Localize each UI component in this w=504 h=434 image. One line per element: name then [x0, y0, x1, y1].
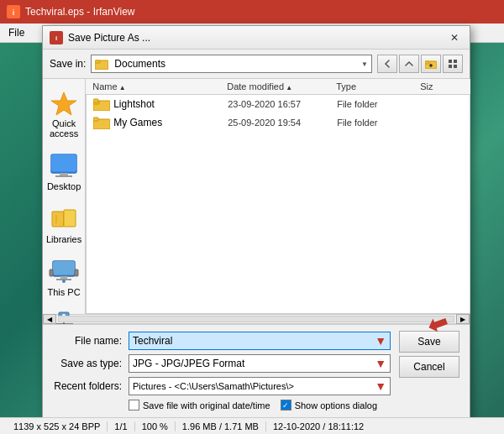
checkboxes-row: Save file with original date/time ✓ Show…: [129, 400, 459, 410]
dialog-icon: i: [50, 31, 63, 44]
svg-rect-24: [60, 276, 67, 279]
svg-rect-21: [55, 215, 57, 223]
svg-text:i: i: [55, 34, 57, 42]
recentfolders-row: Recent folders: Pictures - <C:\Users\Sam…: [53, 377, 459, 395]
dialog-main: Quick access Desktop: [43, 79, 470, 314]
save-dialog: i Save Picture As ... ✕ Save in: Documen…: [42, 25, 470, 418]
show-options-checkbox[interactable]: ✓: [281, 400, 291, 410]
filename-value: Techviral: [133, 335, 172, 347]
savetype-value: JPG - JPG/JPEG Format: [133, 358, 244, 369]
horizontal-scrollbar[interactable]: ◀ ▶: [43, 314, 470, 324]
save-in-label: Save in:: [50, 58, 86, 70]
file-list[interactable]: Lightshot 23-09-2020 16:57 File folder: [86, 95, 470, 314]
file-name: Lightshot: [113, 98, 155, 110]
save-date-checkbox-label[interactable]: Save file with original date/time: [129, 400, 270, 410]
file-list-area: Name Date modified Type Siz: [86, 79, 470, 314]
svg-rect-19: [52, 212, 64, 227]
sidebar-item-label-this-pc: This PC: [48, 287, 81, 297]
file-name-cell: My Games: [93, 116, 228, 129]
status-dimensions: 1139 x 525 x 24 BPP: [7, 421, 108, 431]
svg-marker-14: [51, 92, 76, 115]
quick-access-icon: [49, 89, 79, 116]
form-actions: Save Cancel: [399, 331, 459, 378]
savetype-dropdown-arrow: ▼: [375, 357, 386, 370]
file-date-cell: 25-09-2020 19:54: [228, 118, 337, 128]
table-row[interactable]: Lightshot 23-09-2020 16:57 File folder: [87, 95, 470, 113]
save-date-label: Save file with original date/time: [143, 400, 270, 410]
dialog-bottom-wrapper: File name: Techviral ▼ Save as type: JPG…: [43, 324, 470, 417]
nav-back-button[interactable]: [377, 55, 397, 73]
file-name: My Games: [113, 117, 162, 128]
svg-rect-23: [53, 261, 75, 275]
svg-rect-7: [425, 61, 429, 64]
cancel-button[interactable]: Cancel: [399, 356, 459, 378]
sidebar-item-label-quick-access: Quick access: [46, 118, 81, 139]
sidebar-item-this-pc[interactable]: This PC: [43, 251, 85, 304]
col-header-name[interactable]: Name: [92, 81, 227, 92]
svg-point-28: [62, 280, 66, 283]
file-type-cell: File folder: [337, 118, 421, 128]
folder-icon: [93, 97, 110, 111]
show-options-label: Show options dialog: [295, 400, 377, 410]
dialog-close-button[interactable]: ✕: [446, 29, 463, 46]
scroll-right-button[interactable]: ▶: [456, 314, 470, 324]
scroll-left-button[interactable]: ◀: [43, 314, 56, 324]
sidebar-item-desktop[interactable]: Desktop: [43, 145, 85, 198]
save-in-value: Documents: [114, 58, 165, 70]
libraries-icon: [49, 205, 79, 232]
svg-rect-12: [449, 65, 452, 68]
file-name-cell: Lightshot: [93, 97, 228, 111]
sidebar-item-libraries[interactable]: Libraries: [43, 198, 85, 251]
scroll-thumb[interactable]: [58, 316, 454, 322]
status-datetime: 12-10-2020 / 18:11:12: [266, 421, 370, 431]
dialog-titlebar: i Save Picture As ... ✕: [43, 26, 470, 50]
recentfolders-label: Recent folders:: [53, 380, 129, 392]
svg-rect-13: [454, 65, 457, 68]
sidebar-item-quick-access[interactable]: Quick access: [43, 82, 85, 145]
col-header-type[interactable]: Type: [336, 81, 420, 92]
savetype-dropdown[interactable]: JPG - JPG/JPEG Format ▼: [129, 354, 391, 373]
dialog-overlay: i Save Picture As ... ✕ Save in: Documen…: [0, 0, 504, 434]
nav-up-button[interactable]: [399, 55, 419, 73]
col-header-size[interactable]: Siz: [420, 81, 462, 92]
table-row[interactable]: My Games 25-09-2020 19:54 File folder: [87, 113, 470, 132]
dialog-title: Save Picture As ...: [68, 32, 446, 44]
sidebar-item-label-desktop: Desktop: [47, 181, 81, 191]
recentfolders-dropdown-arrow: ▼: [375, 379, 386, 393]
status-bar: 1139 x 525 x 24 BPP 1/1 100 % 1.96 MB / …: [0, 417, 504, 434]
recentfolders-dropdown[interactable]: Pictures - <C:\Users\Samath\Pictures\> ▼: [129, 377, 391, 395]
toolbar-buttons: [377, 55, 463, 73]
show-options-checkbox-label[interactable]: ✓ Show options dialog: [281, 400, 377, 410]
view-toggle-button[interactable]: [443, 55, 463, 73]
file-list-header: Name Date modified Type Siz: [86, 79, 470, 95]
svg-rect-16: [51, 154, 76, 171]
sidebar-item-label-libraries: Libraries: [46, 234, 81, 244]
nav-sidebar: Quick access Desktop: [43, 79, 86, 314]
svg-rect-26: [50, 269, 53, 276]
svg-rect-11: [454, 60, 457, 63]
dialog-toolbar: Save in: Documents ▼: [43, 50, 470, 79]
save-in-dropdown[interactable]: Documents ▼: [91, 55, 372, 73]
svg-rect-18: [55, 175, 72, 177]
save-in-arrow: ▼: [361, 60, 368, 68]
folder-icon: [93, 116, 110, 129]
status-file-size: 1.96 MB / 1.71 MB: [176, 421, 266, 431]
savetype-label: Save as type:: [53, 358, 129, 369]
save-date-checkbox[interactable]: [129, 400, 139, 410]
svg-rect-20: [64, 210, 76, 227]
file-date-cell: 23-09-2020 16:57: [228, 99, 337, 109]
new-folder-button[interactable]: [421, 55, 441, 73]
recentfolders-value: Pictures - <C:\Users\Samath\Pictures\>: [133, 381, 294, 391]
status-zoom-pct: 100 %: [135, 421, 176, 431]
svg-rect-27: [75, 269, 78, 276]
svg-rect-10: [449, 60, 452, 63]
col-header-date[interactable]: Date modified: [227, 81, 336, 92]
filename-label: File name:: [53, 335, 129, 347]
svg-rect-42: [93, 118, 98, 121]
file-type-cell: File folder: [337, 99, 421, 109]
status-zoom-ratio: 1/1: [108, 421, 134, 431]
filename-dropdown-arrow: ▼: [375, 334, 386, 348]
svg-rect-40: [93, 99, 98, 102]
svg-rect-5: [95, 60, 100, 63]
filename-input[interactable]: Techviral ▼: [129, 332, 391, 350]
